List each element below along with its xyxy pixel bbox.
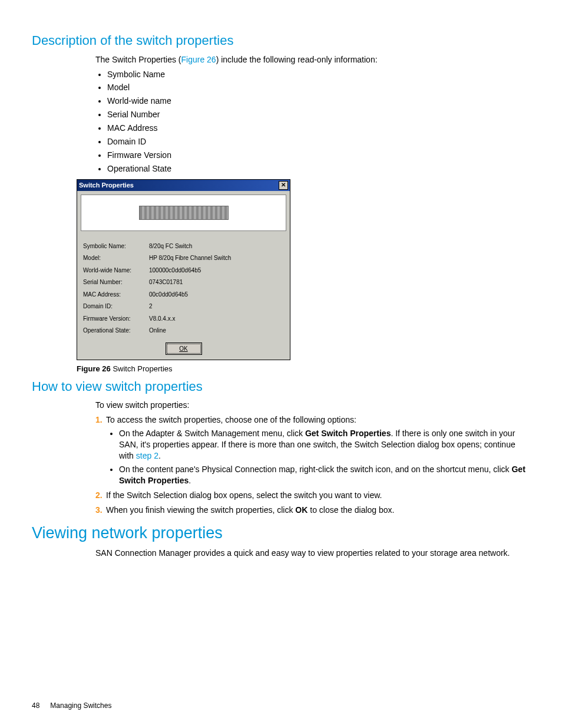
prop-value: 2 [149, 302, 284, 311]
bold-text: Get Switch Properties [305, 429, 391, 438]
step-text: If the Switch Selection dialog box opens… [106, 490, 382, 500]
list-item: Serial Number [107, 109, 530, 120]
sub-item: On the content pane's Physical Connectio… [119, 464, 530, 486]
properties-table: Symbolic Name:8/20q FC Switch Model:HP 8… [77, 235, 290, 340]
list-item: Operational State [107, 163, 530, 174]
step-text: When you finish viewing the switch prope… [106, 505, 394, 515]
step-number: 1. [95, 414, 106, 426]
sub-item: On the Adapter & Switch Management menu,… [119, 428, 530, 462]
prop-value: 8/20q FC Switch [149, 242, 284, 251]
step-number: 3. [95, 505, 106, 516]
prop-row: Symbolic Name:8/20q FC Switch [83, 242, 284, 251]
prop-label: World-wide Name: [83, 266, 149, 275]
intro-paragraph: The Switch Properties (Figure 26) includ… [95, 54, 530, 65]
figure-caption-text: Switch Properties [111, 364, 173, 373]
prop-label: Domain ID: [83, 302, 149, 311]
prop-row: World-wide Name:100000c0dd0d64b5 [83, 266, 284, 275]
prop-value: Online [149, 327, 284, 335]
readonly-info-list: Symbolic Name Model World-wide name Seri… [95, 69, 530, 174]
step-text: To access the switch properties, choose … [106, 415, 356, 424]
step-item: 2.If the Switch Selection dialog box ope… [95, 490, 530, 501]
device-image-box [81, 195, 286, 231]
how-to-intro: To view switch properties: [95, 400, 530, 411]
list-item: Symbolic Name [107, 69, 530, 80]
sub-list: On the Adapter & Switch Management menu,… [95, 428, 530, 486]
dialog-titlebar: Switch Properties ✕ [77, 180, 290, 191]
list-item: World-wide name [107, 95, 530, 107]
step-item: 1.To access the switch properties, choos… [95, 414, 530, 486]
prop-row: Domain ID:2 [83, 302, 284, 311]
network-props-body: SAN Connection Manager provides a quick … [95, 548, 530, 559]
list-item: Domain ID [107, 136, 530, 147]
heading-desc-switch-props: Description of the switch properties [32, 32, 530, 50]
step-link[interactable]: step 2 [136, 451, 158, 460]
prop-row: Operational State:Online [83, 327, 284, 335]
prop-label: Firmware Version: [83, 315, 149, 323]
bold-text: OK [295, 505, 308, 515]
prop-value: 100000c0dd0d64b5 [149, 266, 284, 275]
list-item: MAC Address [107, 123, 530, 134]
step-number: 2. [95, 490, 106, 501]
prop-label: Symbolic Name: [83, 242, 149, 251]
figure-link[interactable]: Figure 26 [181, 55, 216, 64]
prop-value: 00c0dd0d64b5 [149, 291, 284, 299]
prop-value: 0743C01781 [149, 278, 284, 286]
figure-caption: Figure 26 Switch Properties [77, 364, 530, 374]
prop-label: MAC Address: [83, 291, 149, 299]
prop-row: Model:HP 8/20q Fibre Channel Switch [83, 254, 284, 262]
close-icon[interactable]: ✕ [279, 181, 288, 190]
prop-value: V8.0.4.x.x [149, 315, 284, 323]
steps-list: 1.To access the switch properties, choos… [95, 414, 530, 515]
prop-label: Operational State: [83, 327, 149, 335]
prop-label: Serial Number: [83, 278, 149, 286]
step-item: 3.When you finish viewing the switch pro… [95, 505, 530, 516]
switch-properties-dialog: Switch Properties ✕ Symbolic Name:8/20q … [77, 179, 290, 361]
prop-label: Model: [83, 254, 149, 262]
list-item: Model [107, 82, 530, 93]
dialog-title: Switch Properties [79, 181, 134, 190]
figure-number: Figure 26 [77, 364, 111, 373]
device-graphic [139, 206, 229, 220]
prop-row: Serial Number:0743C01781 [83, 278, 284, 286]
prop-row: Firmware Version:V8.0.4.x.x [83, 315, 284, 323]
prop-value: HP 8/20q Fibre Channel Switch [149, 254, 284, 262]
heading-viewing-network-props: Viewing network properties [32, 522, 530, 543]
ok-button[interactable]: OK [167, 344, 201, 354]
heading-how-to-view: How to view switch properties [32, 378, 530, 396]
list-item: Firmware Version [107, 150, 530, 161]
prop-row: MAC Address:00c0dd0d64b5 [83, 291, 284, 299]
intro-text-post: ) include the following read-only inform… [216, 55, 378, 64]
intro-text-pre: The Switch Properties ( [95, 55, 181, 64]
